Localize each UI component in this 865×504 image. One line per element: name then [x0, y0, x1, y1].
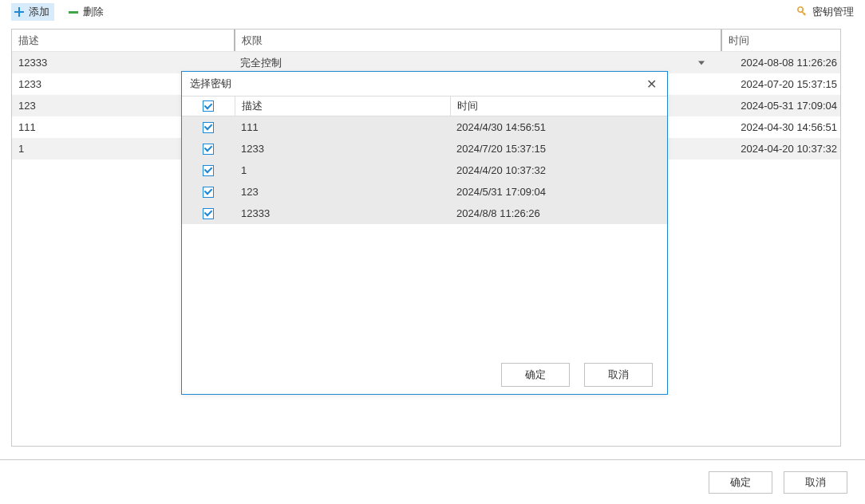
svg-rect-2	[69, 11, 78, 14]
page-footer: 确定 取消	[0, 459, 865, 504]
dialog-title: 选择密钥	[190, 77, 643, 91]
cell-desc: 12333	[12, 57, 234, 69]
dialog-row[interactable]: 12332024/7/20 15:37:15	[182, 138, 667, 159]
toolbar: 添加 删除 密钥管理	[0, 0, 865, 24]
dialog-cell-desc: 12333	[235, 207, 450, 219]
dialog-row[interactable]: 12024/4/20 10:37:32	[182, 159, 667, 181]
dialog-cell-check	[182, 208, 235, 219]
close-icon: ✕	[646, 77, 657, 92]
dialog-th-check[interactable]	[182, 96, 235, 116]
cell-time: 2024-07-20 15:37:15	[721, 78, 840, 90]
footer-ok-button[interactable]: 确定	[709, 471, 772, 494]
dialog-close-button[interactable]: ✕	[643, 76, 659, 92]
row-checkbox[interactable]	[203, 187, 214, 198]
cell-time: 2024-08-08 11:26:26	[721, 57, 840, 69]
dialog-th-desc[interactable]: 描述	[235, 96, 450, 116]
main-table-header: 描述 权限 时间	[12, 30, 840, 52]
cell-time: 2024-05-31 17:09:04	[721, 100, 840, 112]
dialog-th-time[interactable]: 时间	[450, 96, 667, 116]
dialog-cancel-button[interactable]: 取消	[584, 363, 653, 387]
dialog-row[interactable]: 123332024/8/8 11:26:26	[182, 203, 667, 224]
add-button[interactable]: 添加	[11, 3, 54, 21]
table-row[interactable]: 12333完全控制2024-08-08 11:26:26	[12, 52, 840, 73]
dialog-cell-check	[182, 187, 235, 198]
key-management-button[interactable]: 密钥管理	[796, 5, 854, 19]
cell-time: 2024-04-30 14:56:51	[721, 121, 840, 133]
key-management-label: 密钥管理	[812, 5, 854, 19]
dialog-table-header: 描述 时间	[182, 96, 667, 116]
dialog-cell-time: 2024/8/8 11:26:26	[450, 207, 667, 219]
dialog-cell-desc: 111	[235, 121, 450, 133]
row-checkbox[interactable]	[203, 208, 214, 219]
th-time[interactable]: 时间	[721, 30, 840, 51]
footer-cancel-button[interactable]: 取消	[784, 471, 847, 494]
row-checkbox[interactable]	[203, 144, 214, 155]
minus-icon	[67, 6, 80, 18]
dialog-cell-time: 2024/5/31 17:09:04	[450, 186, 667, 198]
cell-time: 2024-04-20 10:37:32	[721, 143, 840, 155]
dialog-cell-check	[182, 144, 235, 155]
dialog-cell-time: 2024/7/20 15:37:15	[450, 143, 667, 155]
delete-label: 删除	[83, 5, 104, 19]
th-desc[interactable]: 描述	[12, 30, 234, 51]
dialog-cell-time: 2024/4/20 10:37:32	[450, 164, 667, 176]
dialog-row[interactable]: 1112024/4/30 14:56:51	[182, 116, 667, 138]
dialog-cell-time: 2024/4/30 14:56:51	[450, 121, 667, 133]
row-checkbox[interactable]	[203, 122, 214, 133]
dialog-cell-desc: 1	[235, 164, 450, 176]
th-perm[interactable]: 权限	[234, 30, 721, 51]
dialog-cell-check	[182, 165, 235, 176]
dialog-cell-desc: 1233	[235, 143, 450, 155]
dialog-ok-button[interactable]: 确定	[501, 363, 570, 387]
add-label: 添加	[29, 5, 49, 19]
dialog-header: 选择密钥 ✕	[182, 72, 667, 96]
select-key-dialog: 选择密钥 ✕ 描述 时间 1112024/4/30 14:56:51123320…	[181, 71, 668, 395]
dialog-footer: 确定 取消	[182, 356, 667, 394]
dialog-body: 1112024/4/30 14:56:5112332024/7/20 15:37…	[182, 116, 667, 356]
cell-perm[interactable]: 完全控制	[234, 56, 721, 70]
key-icon	[796, 6, 809, 18]
delete-button[interactable]: 删除	[65, 3, 109, 21]
chevron-down-icon	[698, 61, 705, 65]
svg-rect-1	[14, 11, 24, 13]
row-checkbox[interactable]	[203, 165, 214, 176]
select-all-checkbox[interactable]	[203, 100, 214, 112]
dialog-row[interactable]: 1232024/5/31 17:09:04	[182, 181, 667, 203]
plus-icon	[13, 6, 26, 18]
dialog-cell-check	[182, 122, 235, 133]
dialog-cell-desc: 123	[235, 186, 450, 198]
